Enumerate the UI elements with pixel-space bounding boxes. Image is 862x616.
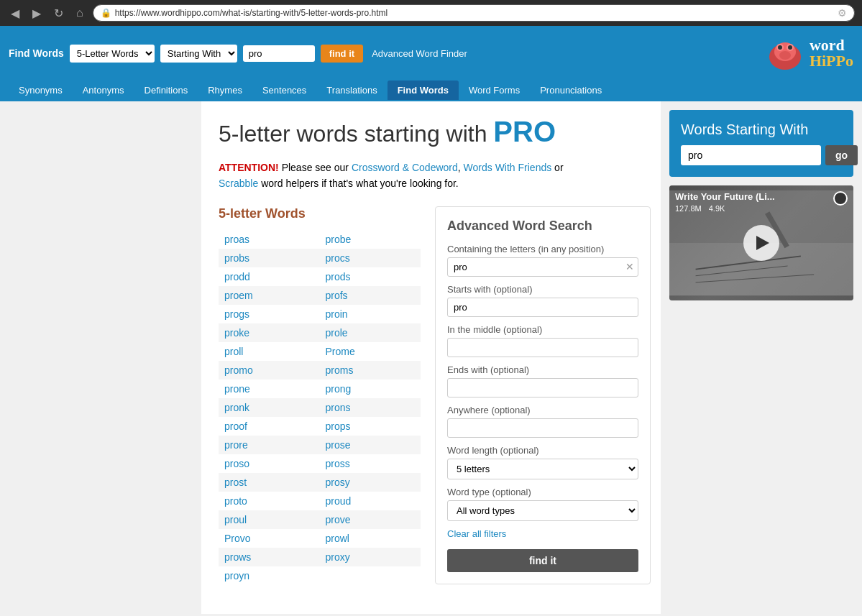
refresh-button[interactable]: ↻: [50, 5, 67, 22]
word-item[interactable]: procs: [320, 249, 421, 267]
video-channel-icon: [833, 191, 848, 206]
word-item[interactable]: prove: [320, 510, 421, 529]
main-layout: 5-letter words starting with PRO ATTENTI…: [0, 101, 862, 614]
video-views: 127.8M: [675, 204, 702, 213]
word-item[interactable]: prods: [320, 267, 421, 286]
find-it-button[interactable]: find it: [321, 45, 363, 63]
middle-input[interactable]: [447, 338, 638, 357]
word-item[interactable]: proud: [320, 492, 421, 510]
words-with-friends-link[interactable]: Words With Friends: [464, 162, 552, 173]
nav-pronunciations[interactable]: Pronunciations: [530, 81, 612, 100]
scrabble-link[interactable]: Scrabble: [219, 178, 258, 189]
nav-translations[interactable]: Translations: [316, 81, 387, 100]
word-item[interactable]: probs: [219, 249, 320, 267]
word-item[interactable]: prose: [320, 436, 421, 454]
word-item[interactable]: proem: [219, 286, 320, 305]
find-words-label: Find Words: [9, 47, 64, 59]
secondary-nav: Synonyms Antonyms Definitions Rhymes Sen…: [0, 81, 862, 101]
word-item[interactable]: prows: [219, 548, 320, 566]
word-item[interactable]: props: [320, 417, 421, 436]
word-item[interactable]: proin: [320, 305, 421, 323]
word-item[interactable]: prost: [219, 473, 320, 492]
word-item[interactable]: proul: [219, 510, 320, 529]
starts-with-input[interactable]: [447, 298, 638, 317]
word-item[interactable]: proms: [320, 361, 421, 380]
back-button[interactable]: ◀: [7, 5, 23, 22]
nav-sentences[interactable]: Sentences: [252, 81, 316, 100]
word-item[interactable]: proas: [219, 230, 320, 249]
home-button[interactable]: ⌂: [73, 5, 87, 21]
word-item[interactable]: progs: [219, 305, 320, 323]
word-item[interactable]: proof: [219, 417, 320, 436]
starts-with-label: Starts with (optional): [447, 284, 638, 295]
word-item[interactable]: proto: [219, 492, 320, 510]
advanced-word-finder-link[interactable]: Advanced Word Finder: [372, 48, 467, 59]
word-item[interactable]: Prome: [320, 342, 421, 361]
clear-containing-icon[interactable]: ✕: [625, 261, 634, 272]
crossword-link[interactable]: Crossword & Codeword: [352, 162, 458, 173]
word-length-select[interactable]: Any length 3 letters 4 letters 5 letters…: [447, 459, 638, 479]
advanced-panel: Advanced Word Search Containing the lett…: [435, 206, 651, 584]
words-starting-row: go: [681, 145, 842, 165]
left-space: [0, 101, 201, 614]
nav-antonyms[interactable]: Antonyms: [73, 81, 134, 100]
word-item[interactable]: prole: [320, 323, 421, 342]
ends-with-label: Ends with (optional): [447, 364, 638, 375]
nav-synonyms[interactable]: Synonyms: [9, 81, 73, 100]
advanced-find-it-button[interactable]: find it: [447, 549, 638, 572]
containing-field-wrapper: ✕: [447, 257, 638, 277]
video-stats: 127.8M 4.9K: [675, 204, 775, 213]
letter-count-select[interactable]: 5-Letter Words 3-Letter Words 4-Letter W…: [70, 45, 155, 63]
anywhere-label: Anywhere (optional): [447, 405, 638, 415]
browser-bar: ◀ ▶ ↻ ⌂ 🔒 https://www.wordhippo.com/what…: [0, 0, 862, 26]
containing-label: Containing the letters (in any position): [447, 244, 638, 254]
word-type-select[interactable]: All word types Nouns Verbs Adjectives Ad…: [447, 500, 638, 521]
word-item[interactable]: proxy: [320, 548, 421, 566]
word-grid: proasprobeprobsprocsproddprodsproemprofs…: [219, 230, 421, 585]
words-starting-input[interactable]: [681, 145, 821, 165]
word-item[interactable]: profs: [320, 286, 421, 305]
right-sidebar: Words Starting With go Write Your Future…: [661, 101, 862, 614]
word-item[interactable]: pross: [320, 454, 421, 473]
word-item[interactable]: prowl: [320, 529, 421, 548]
logo-text: word HiPPo: [810, 37, 853, 69]
url-bar[interactable]: 🔒 https://www.wordhippo.com/what-is/star…: [93, 4, 855, 22]
word-item[interactable]: prong: [320, 380, 421, 398]
containing-input[interactable]: [447, 257, 638, 277]
video-play-button[interactable]: [743, 225, 779, 261]
svg-point-5: [788, 45, 792, 50]
word-item[interactable]: prodd: [219, 267, 320, 286]
video-info: Write Your Future (Li... 127.8M 4.9K: [675, 191, 775, 213]
search-input[interactable]: [243, 45, 315, 62]
words-section: 5-letter Words proasprobeprobsprocsprodd…: [219, 206, 421, 599]
word-item[interactable]: proke: [219, 323, 320, 342]
filter-type-select[interactable]: Starting With Ending With Containing: [160, 45, 237, 63]
word-item[interactable]: proll: [219, 342, 320, 361]
page-title: 5-letter words starting with PRO: [219, 116, 643, 148]
words-starting-go-button[interactable]: go: [825, 145, 858, 165]
ends-with-input[interactable]: [447, 378, 638, 397]
word-item[interactable]: probe: [320, 230, 421, 249]
nav-definitions[interactable]: Definitions: [134, 81, 198, 100]
word-item[interactable]: Provo: [219, 529, 320, 548]
word-item[interactable]: promo: [219, 361, 320, 380]
word-item[interactable]: prons: [320, 398, 421, 417]
word-item[interactable]: prone: [219, 380, 320, 398]
nav-word-forms[interactable]: Word Forms: [459, 81, 530, 100]
word-item[interactable]: pronk: [219, 398, 320, 417]
forward-button[interactable]: ▶: [29, 5, 45, 22]
play-icon: [756, 236, 769, 250]
word-item-last[interactable]: proyn: [219, 566, 421, 585]
middle-label: In the middle (optional): [447, 324, 638, 335]
video-thumbnail[interactable]: Write Your Future (Li... 127.8M 4.9K: [669, 185, 853, 300]
anywhere-input[interactable]: [447, 418, 638, 438]
word-item[interactable]: prore: [219, 436, 320, 454]
word-item[interactable]: proso: [219, 454, 320, 473]
nav-rhymes[interactable]: Rhymes: [198, 81, 252, 100]
logo-mascot: [764, 32, 807, 75]
word-item[interactable]: prosy: [320, 473, 421, 492]
clear-filters-link[interactable]: Clear all filters: [447, 528, 506, 539]
word-type-label: Word type (optional): [447, 487, 638, 497]
nav-find-words[interactable]: Find Words: [388, 81, 459, 100]
attention-text2: or: [554, 162, 563, 173]
